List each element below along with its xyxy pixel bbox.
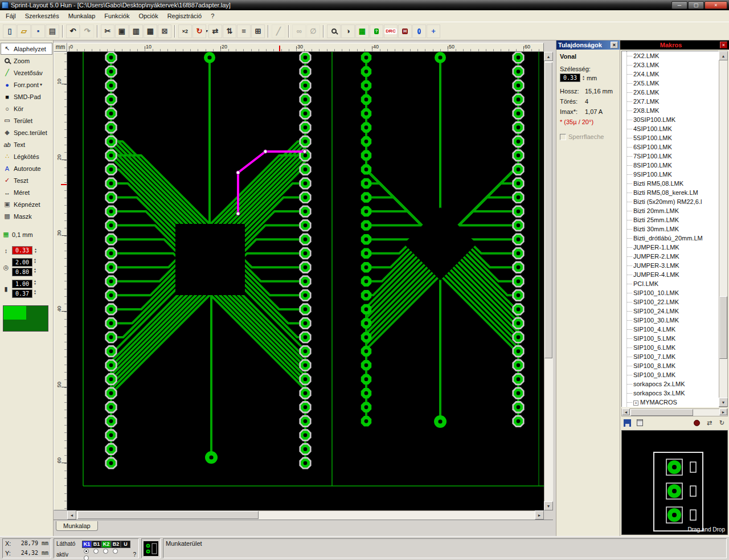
macro-item-8sip100-lmk[interactable]: 8SIP100.LMK: [624, 161, 718, 170]
layer-radio-k1[interactable]: [84, 549, 89, 554]
macro-item-sip100-9-lmk[interactable]: SIP100_9.LMK: [624, 370, 718, 379]
layer-color-swatch[interactable]: [3, 305, 48, 332]
tab-munkalap[interactable]: Munkalap: [56, 521, 98, 531]
open-button[interactable]: ▱: [17, 24, 31, 38]
smd-width-value[interactable]: 1.00: [12, 280, 32, 288]
photo-view-button[interactable]: ◑: [341, 24, 355, 38]
tool-vezet-s-v[interactable]: ╱Vezetősáv: [1, 67, 52, 79]
menu-item-regisztr-ci[interactable]: Regisztráció: [163, 11, 207, 21]
macro-group-mymacros[interactable]: +MYMACROS: [624, 398, 718, 407]
tool-zoom[interactable]: Zoom: [1, 55, 52, 67]
pad-drill-spinner[interactable]: ▲▼: [34, 268, 36, 276]
macro-delete-button[interactable]: [635, 419, 645, 427]
layer-chip-k2[interactable]: K2: [101, 541, 111, 548]
undo-button[interactable]: ↶: [66, 24, 80, 38]
macro-item-sip100-22-lmk[interactable]: SIP100_22.LMK: [624, 297, 718, 306]
macro-scroll-left-button[interactable]: ◄: [622, 408, 630, 415]
menu-item-opci-k[interactable]: Opciók: [134, 11, 162, 21]
cut-button[interactable]: ✂: [101, 24, 114, 38]
macro-item-4sip100-lmk[interactable]: 4SIP100.LMK: [624, 124, 718, 133]
pad-diameter-spinner[interactable]: ▲▼: [34, 258, 36, 267]
macro-item-bizti-30mm-lmk[interactable]: Bizti 30mm.LMK: [624, 224, 718, 234]
macro-item-sip100-7-lmk[interactable]: SIP100_7.LMK: [624, 352, 718, 361]
macro-list-hscrollbar[interactable]: ◄ ►: [621, 408, 728, 416]
layer-help-link[interactable]: ?: [133, 551, 136, 558]
macro-item-2x4-lmk[interactable]: 2X4.LMK: [624, 70, 718, 79]
macro-item-sip100-24-lmk[interactable]: SIP100_24.LMK: [624, 306, 718, 316]
rotate-button[interactable]: ↻: [193, 24, 206, 38]
solder-pad-dropdown-arrow[interactable]: ▾: [40, 82, 42, 87]
tool-k-pn-zet[interactable]: ▣Képnézet: [1, 198, 52, 210]
width-value[interactable]: 0.33: [560, 73, 580, 82]
macro-mirror-button[interactable]: ⇄: [705, 419, 714, 427]
macro-record-button[interactable]: [692, 419, 702, 427]
macro-item-sip100-10-lmk[interactable]: SIP100_10.LMK: [624, 288, 718, 297]
mirror-horizontal-button[interactable]: ⇄: [208, 24, 222, 38]
macro-item-bizti-rm5-08-lmk[interactable]: Bizti RM5,08.LMK: [624, 179, 718, 188]
layer-grid-button[interactable]: ▦: [355, 24, 369, 38]
link-button[interactable]: ∞: [292, 24, 306, 38]
macro-item-30sip100-lmk[interactable]: 30SIP100.LMK: [624, 115, 718, 124]
close-button[interactable]: ×: [705, 1, 727, 9]
track-width-value[interactable]: 0.33: [12, 246, 32, 255]
tool-teszt[interactable]: ✓Teszt: [1, 174, 52, 186]
tool-ter-let[interactable]: ▭Terület: [1, 115, 52, 126]
save-button[interactable]: ▪: [31, 24, 45, 38]
macro-item-2x7-lmk[interactable]: 2X7.LMK: [624, 97, 718, 106]
scale-button[interactable]: ×2: [178, 24, 192, 38]
menu-item-f-jl[interactable]: Fájl: [1, 11, 21, 21]
tool-alaphelyzet[interactable]: ↖Alaphelyzet: [1, 43, 52, 55]
menu-item-szerkeszt-s[interactable]: Szerkesztés: [21, 11, 64, 21]
macro-item-2x3-lmk[interactable]: 2X3.LMK: [624, 60, 718, 70]
macro-item-9sip100-lmk[interactable]: 9SIP100.LMK: [624, 170, 718, 179]
delete-button[interactable]: ⊠: [158, 24, 171, 38]
menu-item-munkalap[interactable]: Munkalap: [64, 11, 100, 21]
horizontal-scrollbar[interactable]: ◄ ►: [67, 510, 544, 520]
macro-item-sip100-8-lmk[interactable]: SIP100_8.LMK: [624, 361, 718, 370]
tool-spec-ter-let[interactable]: ◆Spec.terület: [1, 126, 52, 138]
macro-item-pci-lmk[interactable]: PCI.LMK: [624, 279, 718, 288]
unlink-button[interactable]: ∅: [306, 24, 320, 38]
tool-m-ret[interactable]: ↔Méret: [1, 186, 52, 198]
macro-item-bizti-25mm-lmk[interactable]: Bizti 25mm.LMK: [624, 215, 718, 224]
layer-chip-b2[interactable]: B2: [111, 541, 121, 548]
drc-button[interactable]: DRC: [384, 24, 398, 38]
macro-rotate-button[interactable]: ↻: [717, 419, 727, 427]
tool-text[interactable]: abText: [1, 138, 52, 150]
smd-height-value[interactable]: 0.37: [12, 289, 32, 298]
menu-item-[interactable]: ?: [206, 11, 219, 21]
vertical-scroll-thumb[interactable]: [544, 62, 552, 358]
macro-item-jumper-4-lmk[interactable]: JUMPER-4.LMK: [624, 270, 718, 279]
copy-button[interactable]: ▣: [115, 24, 129, 38]
paste-button[interactable]: ▥: [129, 24, 143, 38]
macro-save-button[interactable]: [622, 419, 632, 427]
macro-item-sip100-6-lmk[interactable]: SIP100_6.LMK: [624, 343, 718, 352]
layer-chip-k1[interactable]: K1: [82, 541, 92, 548]
macro-item-sorkapocs-3x-lmk[interactable]: sorkapocs 3x.LMK: [624, 389, 718, 398]
macros-close-button[interactable]: ×: [720, 42, 727, 48]
macro-item-5sip100-lmk[interactable]: 5SIP100.LMK: [624, 133, 718, 142]
minimize-button[interactable]: ─: [671, 1, 687, 9]
macro-item-2x6-lmk[interactable]: 2X6.LMK: [624, 88, 718, 97]
track-width-spinner[interactable]: ▲▼: [34, 248, 37, 254]
macro-item-2x5-lmk[interactable]: 2X5.LMK: [624, 79, 718, 88]
hpgl-button[interactable]: H: [398, 24, 412, 38]
macro-hscroll-thumb[interactable]: [630, 409, 693, 416]
macro-item-bizti-5x20mm-rm22-6-l[interactable]: Bizti (5x20mm) RM22,6.l: [624, 197, 718, 206]
macro-item-sip100-4-lmk[interactable]: SIP100_4.LMK: [624, 325, 718, 334]
layer-radio-u[interactable]: [84, 555, 89, 560]
properties-close-button[interactable]: ×: [611, 42, 618, 48]
tool-l-gk-t-s[interactable]: ∴Légkötés: [1, 150, 52, 162]
pad-drill-value[interactable]: 0.80: [12, 268, 32, 276]
macro-item-jumper-3-lmk[interactable]: JUMPER-3.LMK: [624, 261, 718, 270]
smd-width-spinner[interactable]: ▲▼: [34, 280, 36, 288]
maximize-button[interactable]: ▢: [688, 1, 704, 9]
menu-item-funkci-k[interactable]: Funkciók: [100, 11, 134, 21]
tool-forr-pont[interactable]: ●Forr.pont▾: [1, 79, 52, 91]
duplicate-button[interactable]: ▦: [144, 24, 157, 38]
info-button[interactable]: i: [412, 24, 426, 38]
tool-autoroute[interactable]: AAutoroute: [1, 162, 52, 174]
macro-item-6sip100-lmk[interactable]: 6SIP100.LMK: [624, 142, 718, 152]
vertical-scrollbar[interactable]: ▲ ▼: [544, 52, 553, 510]
macro-item-bizti-dr-tl-b-20mm-lm[interactable]: Bizti_drótlábú_20mm.LM: [624, 234, 718, 243]
